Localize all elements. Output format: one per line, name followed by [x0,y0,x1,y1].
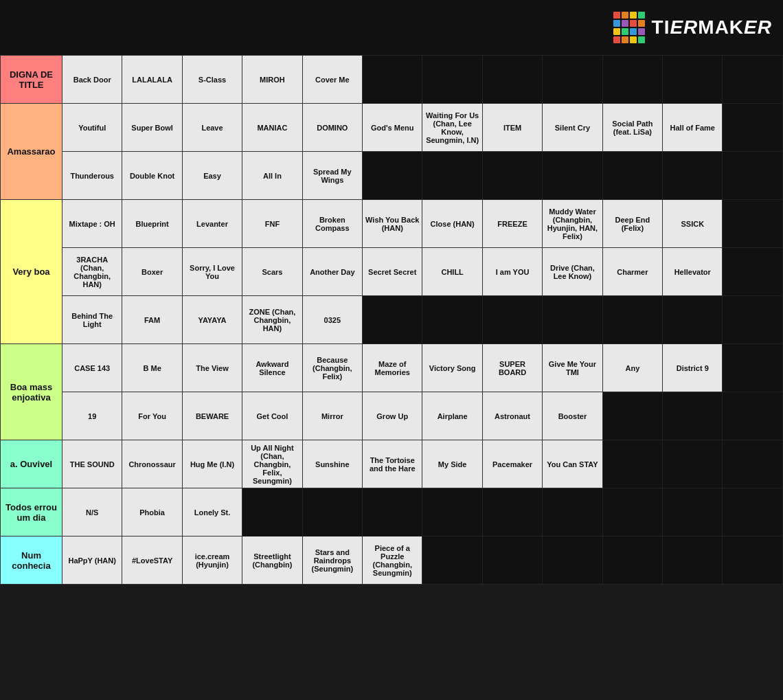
item-cell-empty [422,537,482,585]
item-cell-empty [723,488,783,537]
item-cell: SUPER BOARD [482,344,542,392]
item-cell: Boxer [122,248,182,296]
item-cell-empty [422,56,482,104]
item-cell-empty [543,152,602,200]
item-cell: Maze of Memories [363,344,422,392]
item-cell: FREEZE [482,200,542,248]
header: TiERMAKER [0,0,783,55]
tier-row-boa-mass-2: 19 For You BEWARE Get Cool Mirror Grow U… [1,392,783,440]
item-cell: Super Bowl [122,104,182,152]
item-cell: ice.cream (Hyunjin) [182,537,242,585]
item-cell: YAYAYA [182,296,242,344]
tier-label-ouvivel: a. Ouvivel [1,440,63,488]
item-cell: CASE 143 [63,344,122,392]
item-cell: The View [182,344,242,392]
item-cell: God's Menu [363,104,422,152]
item-cell-empty [482,56,542,104]
item-cell: Youtiful [63,104,122,152]
item-cell-empty [723,200,783,248]
item-cell: Mirror [302,392,362,440]
item-cell-empty [543,488,602,537]
item-cell: Chronossaur [122,440,182,488]
item-cell: All In [242,152,302,200]
logo-text: TiERMAKER [652,16,772,38]
item-cell-empty [723,392,783,440]
item-cell-empty [543,537,602,585]
item-cell: I am YOU [482,248,542,296]
item-cell: FAM [122,296,182,344]
item-cell: FNF [242,200,302,248]
item-cell-empty [422,488,482,537]
item-cell: Waiting For Us (Chan, Lee Know, Seungmin… [422,104,482,152]
item-cell: Levanter [182,200,242,248]
item-cell: CHILL [422,248,482,296]
logo-grid [613,12,645,43]
item-cell: B Me [122,344,182,392]
item-cell-empty [602,56,662,104]
tier-row-digna: DIGNA DETITLE Back Door LALALALA S-Class… [1,56,783,104]
tier-label-num: Num conhecia [1,537,63,585]
logo: TiERMAKER [613,12,772,43]
item-cell-empty [663,392,723,440]
item-cell: Leave [182,104,242,152]
item-cell-empty [543,56,602,104]
item-cell-empty [602,152,662,200]
item-cell-empty [663,56,723,104]
item-cell-empty [663,296,723,344]
item-cell: Astronaut [482,392,542,440]
item-cell-empty [723,344,783,392]
tier-row-boa-mass-1: Boa mass enjoativa CASE 143 B Me The Vie… [1,344,783,392]
item-cell: Back Door [63,56,122,104]
item-cell: Hug Me (I.N) [182,440,242,488]
tier-row-ouvivel: a. Ouvivel THE SOUND Chronossaur Hug Me … [1,440,783,488]
item-cell: Awkward Silence [242,344,302,392]
item-cell-empty [723,104,783,152]
item-cell: You Can STAY [543,440,602,488]
item-cell-empty [482,296,542,344]
item-cell: Sunshine [302,440,362,488]
item-cell-empty [602,537,662,585]
item-cell: 0325 [302,296,362,344]
item-cell: Up All Night (Chan, Changbin, Felix, Seu… [242,440,302,488]
item-cell: Deep End (Felix) [602,200,662,248]
item-cell: MANIAC [242,104,302,152]
item-cell-empty [723,537,783,585]
item-cell: Muddy Water (Changbin, Hyunjin, HAN, Fel… [543,200,602,248]
item-cell: Close (HAN) [422,200,482,248]
item-cell: My Side [422,440,482,488]
tier-label-todos: Todos errou um dia [1,488,63,537]
item-cell-empty [302,488,362,537]
item-cell-empty [602,488,662,537]
item-cell-empty [663,152,723,200]
item-cell: Give Me Your TMI [543,344,602,392]
item-cell: N/S [63,488,122,537]
item-cell: Booster [543,392,602,440]
item-cell-empty [482,488,542,537]
item-cell-empty [723,56,783,104]
item-cell-empty [482,152,542,200]
item-cell: Airplane [422,392,482,440]
item-cell-empty [363,56,422,104]
item-cell: Any [602,344,662,392]
item-cell: Hall of Fame [663,104,723,152]
tier-label-digna: DIGNA DETITLE [1,56,63,104]
item-cell: Drive (Chan, Lee Know) [543,248,602,296]
item-cell: Lonely St. [182,488,242,537]
item-cell: Thunderous [63,152,122,200]
item-cell: Double Knot [122,152,182,200]
item-cell: Because (Changbin, Felix) [302,344,362,392]
item-cell: MIROH [242,56,302,104]
item-cell-empty [723,296,783,344]
item-cell-empty [602,440,662,488]
item-cell: Mixtape : OH [63,200,122,248]
item-cell: Behind The Light [63,296,122,344]
item-cell-empty [663,440,723,488]
item-cell-empty [363,152,422,200]
item-cell: Another Day [302,248,362,296]
item-cell: Phobia [122,488,182,537]
item-cell-empty [543,296,602,344]
item-cell-empty [723,152,783,200]
item-cell: Easy [182,152,242,200]
item-cell: 19 [63,392,122,440]
item-cell: Hellevator [663,248,723,296]
